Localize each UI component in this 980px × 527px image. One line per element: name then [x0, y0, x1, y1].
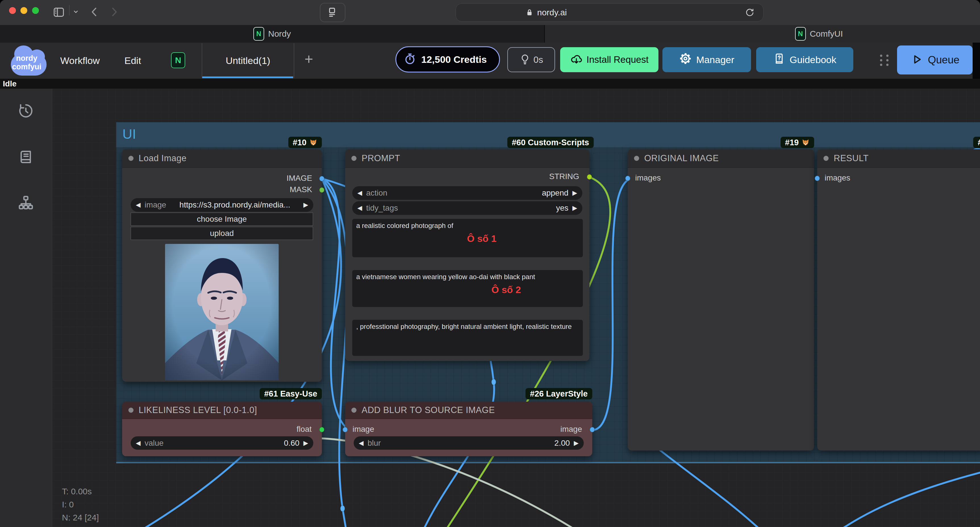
tab-comfyui-label: ComfyUI: [810, 29, 843, 39]
manager-label: Manager: [696, 54, 734, 65]
toolbar-divider: [69, 5, 70, 15]
history-icon[interactable]: [18, 102, 34, 119]
reload-icon[interactable]: [745, 7, 755, 19]
collapse-dot[interactable]: [634, 156, 639, 161]
menu-workflow[interactable]: Workflow: [60, 55, 100, 66]
nordy-n-badge[interactable]: N: [171, 52, 185, 68]
collapse-dot[interactable]: [128, 156, 134, 161]
badge-load-image: #10: [288, 137, 322, 148]
node-canvas[interactable]: UI Load Image IMAGE: [0, 89, 980, 527]
url-text: nordy.ai: [537, 4, 567, 21]
node-add-blur[interactable]: ADD BLUR TO SOURCE IMAGE image image ◀ b…: [345, 402, 592, 456]
queue-button[interactable]: Queue: [897, 45, 973, 75]
node-likeliness-title[interactable]: LIKELINESS LEVEL [0.0-1.0]: [122, 402, 322, 419]
node-prompt[interactable]: PROMPT STRING ◀ action append ▶ ◀ tidy_t…: [345, 149, 589, 361]
input-images-port[interactable]: [815, 176, 820, 181]
output-image-port[interactable]: [319, 176, 325, 181]
arrow-right-icon[interactable]: ▶: [573, 204, 577, 212]
cloud-download-icon: [570, 53, 582, 67]
status-bar: Idle: [0, 79, 980, 89]
tab-comfyui[interactable]: N ComfyUI: [545, 25, 980, 43]
arrow-right-icon[interactable]: ▶: [303, 201, 308, 209]
workflows-book-icon[interactable]: [18, 149, 34, 165]
output-image-port[interactable]: [590, 427, 595, 432]
badge-easy-use: #61 Easy-Use: [259, 388, 322, 399]
arrow-left-icon[interactable]: ◀: [136, 201, 141, 209]
sidebar-toggle-icon[interactable]: [52, 6, 65, 20]
upload-button[interactable]: upload: [130, 227, 313, 240]
chevron-down-icon[interactable]: [72, 8, 80, 16]
choose-image-button[interactable]: choose Image: [130, 212, 313, 226]
stat-iterations: I: 0: [62, 498, 99, 511]
node-original-image[interactable]: ORIGINAL IMAGE images: [628, 149, 814, 450]
back-button[interactable]: [88, 5, 101, 21]
tab-nordy[interactable]: N Nordy: [0, 25, 545, 43]
node-map-icon[interactable]: [18, 195, 34, 211]
node-prompt-title[interactable]: PROMPT: [345, 149, 589, 168]
output-float-port[interactable]: [319, 427, 325, 432]
ui-group-title: UI: [123, 126, 136, 142]
input-images-port[interactable]: [625, 176, 630, 181]
output-image-label: IMAGE: [286, 174, 312, 183]
guidebook-label: Guidebook: [790, 54, 836, 65]
minimize-window-button[interactable]: [21, 7, 27, 14]
lock-icon: [525, 8, 534, 19]
workflow-tab-untitled[interactable]: Untitled(1): [202, 43, 294, 79]
guidebook-button[interactable]: Guidebook: [756, 47, 853, 72]
wire-bottom-right-up: [818, 472, 980, 527]
output-mask-port[interactable]: [319, 187, 325, 193]
prompt-textarea-1[interactable]: a realistic colored photograph of Ô số 1: [352, 219, 583, 257]
toolbar-drag-handle[interactable]: [880, 54, 891, 67]
arrow-left-icon[interactable]: ◀: [357, 189, 362, 197]
zoom-window-button[interactable]: [32, 7, 39, 14]
menu-edit[interactable]: Edit: [124, 55, 141, 66]
arrow-left-icon[interactable]: ◀: [359, 439, 364, 447]
arrow-left-icon[interactable]: ◀: [136, 439, 141, 447]
output-image-label: image: [560, 425, 582, 434]
node-add-blur-title[interactable]: ADD BLUR TO SOURCE IMAGE: [345, 402, 592, 419]
credits-pill[interactable]: 12,500 Credtis: [395, 46, 500, 72]
fox-icon: [802, 139, 810, 146]
arrow-right-icon[interactable]: ▶: [573, 189, 577, 197]
widget-action[interactable]: ◀ action append ▶: [352, 186, 582, 200]
forward-button[interactable]: [107, 5, 121, 21]
new-workflow-button[interactable]: +: [304, 51, 313, 68]
manager-button[interactable]: Manager: [662, 47, 751, 72]
node-load-image[interactable]: Load Image IMAGE MASK ◀ image https://s3…: [122, 149, 322, 382]
prompt-textarea-3[interactable]: , professtional photography, bright natu…: [352, 320, 583, 356]
page-format-button[interactable]: [320, 3, 345, 22]
collapse-dot[interactable]: [352, 156, 356, 161]
input-image-port[interactable]: [342, 427, 348, 432]
output-string-port[interactable]: [587, 174, 592, 180]
prompt-textarea-2[interactable]: a vietnamese women wearing yellow ao-dai…: [352, 270, 583, 307]
node-result[interactable]: RESULT images: [817, 149, 980, 450]
node-original-image-title[interactable]: ORIGINAL IMAGE: [628, 149, 814, 168]
close-window-button[interactable]: [9, 7, 16, 14]
output-string-label: STRING: [549, 172, 579, 181]
image-preview[interactable]: [165, 244, 278, 380]
fox-icon: [309, 139, 317, 146]
comfyui-favicon: N: [795, 27, 806, 41]
node-load-image-title[interactable]: Load Image: [122, 149, 322, 168]
arrow-right-icon[interactable]: ▶: [574, 439, 579, 447]
badge-original-image: #19: [781, 137, 814, 148]
node-result-title[interactable]: RESULT: [817, 149, 980, 168]
reroute-dot-1[interactable]: [340, 505, 345, 512]
widget-image-combo[interactable]: ◀ image https://s3.prod.nordy.ai/media..…: [130, 198, 313, 212]
collapse-dot[interactable]: [352, 407, 356, 413]
collapse-dot[interactable]: [824, 156, 829, 161]
widget-blur[interactable]: ◀ blur 2.00 ▶: [354, 436, 584, 450]
arrow-left-icon[interactable]: ◀: [357, 204, 362, 212]
install-request-button[interactable]: Install Request: [560, 47, 659, 72]
address-bar[interactable]: nordy.ai: [456, 3, 764, 22]
node-likeliness-level[interactable]: LIKELINESS LEVEL [0.0-1.0] float ◀ value…: [122, 402, 322, 456]
arrow-right-icon[interactable]: ▶: [303, 439, 308, 447]
badge-clipped: #: [973, 137, 980, 148]
collapse-dot[interactable]: [128, 407, 134, 413]
widget-tidy-tags[interactable]: ◀ tidy_tags yes ▶: [352, 201, 582, 215]
timer-pill[interactable]: 0s: [508, 47, 555, 72]
widget-value[interactable]: ◀ value 0.60 ▶: [130, 436, 313, 450]
nordy-logo[interactable]: nordycomfyui: [4, 45, 49, 75]
input-image-label: image: [353, 425, 374, 434]
header-edge: [973, 43, 980, 79]
